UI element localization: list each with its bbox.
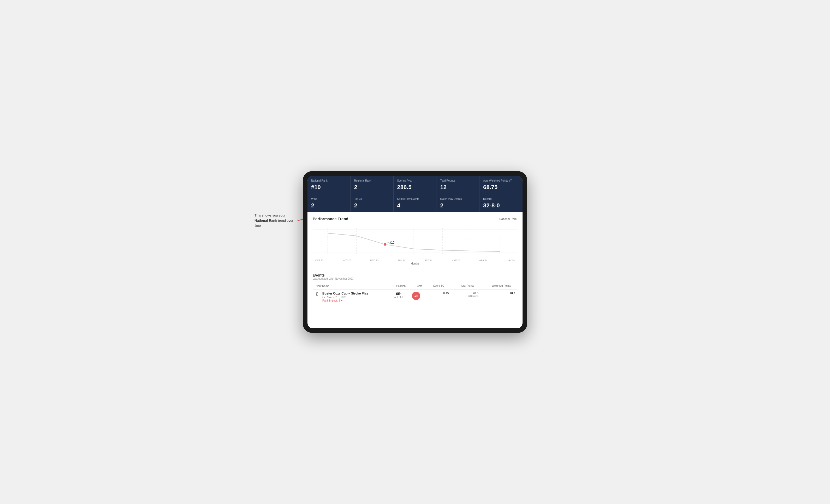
- chart-marker: [384, 243, 386, 246]
- stat-regional-rank-label: Regional Rank: [354, 179, 390, 182]
- stat-avg-weighted: Avg. Weighted Points i 68.75: [479, 176, 522, 194]
- stat-regional-rank-value: 2: [354, 184, 390, 191]
- event-weighted-points-cell: 28.3: [480, 289, 517, 304]
- event-total-points: 28.3: [453, 292, 478, 295]
- perf-header: Performance Trend National Rank: [313, 216, 517, 221]
- event-golf-icon: 🏌: [315, 292, 319, 296]
- info-icon-weighted-points[interactable]: i: [512, 284, 515, 288]
- svg-text:• #10: • #10: [388, 241, 395, 244]
- info-icon-weighted[interactable]: i: [509, 179, 512, 182]
- stat-regional-rank: Regional Rank 2: [351, 176, 393, 194]
- x-label-feb24: FEB 24: [425, 259, 433, 262]
- event-weighted-points: 28.3: [510, 292, 515, 295]
- stat-top3s-label: Top 3s: [354, 197, 390, 201]
- event-name: Buster Cozy Cup – Stroke Play: [322, 292, 368, 295]
- stat-scoring-avg-label: Scoring Avg.: [397, 179, 433, 182]
- stat-total-rounds: Total Rounds 12: [437, 176, 479, 194]
- col-event-name: Event Name: [313, 283, 390, 289]
- stat-avg-weighted-value: 68.75: [483, 184, 519, 191]
- event-position-sub: out of 7: [392, 296, 406, 299]
- x-label-oct23: OCT 23: [315, 259, 323, 262]
- chart-container: • #10: [313, 224, 517, 258]
- event-sg-cell: 0.45: [424, 289, 451, 304]
- tablet-screen: National Rank #10 Regional Rank 2 Scorin…: [308, 176, 522, 328]
- tablet-frame: National Rank #10 Regional Rank 2 Scorin…: [303, 171, 527, 333]
- annotation-part1: This shows you your: [254, 213, 286, 217]
- col-score: Score: [408, 283, 424, 289]
- stat-national-rank-label: National Rank: [311, 179, 347, 182]
- annotation-text: This shows you your National Rank trend …: [254, 213, 299, 228]
- col-total-points: Total Points i: [451, 283, 480, 289]
- event-details: Buster Cozy Cup – Stroke Play Oct 9 – Oc…: [322, 292, 368, 302]
- events-section: Events Last updated: 24th November 2023 …: [308, 270, 522, 307]
- info-icon-event-sg[interactable]: i: [446, 284, 449, 288]
- score-badge: -22: [412, 292, 420, 300]
- stat-match-play-label: Match Play Events: [440, 197, 476, 201]
- stat-match-play-value: 2: [440, 202, 476, 209]
- events-table-header: Event Name Position Score Event SG i Tot…: [313, 283, 517, 289]
- event-row-inner: 🏌 Buster Cozy Cup – Stroke Play Oct 9 – …: [315, 292, 388, 302]
- event-name-cell: 🏌 Buster Cozy Cup – Stroke Play Oct 9 – …: [313, 289, 390, 304]
- stat-match-play: Match Play Events 2: [437, 194, 479, 212]
- chart-x-labels: OCT 23 NOV 23 DEC 23 JAN 24 FEB 24 MAR 2…: [313, 259, 517, 262]
- x-label-apr24: APR 24: [479, 259, 487, 262]
- col-event-sg: Event SG i: [424, 283, 451, 289]
- x-label-jan24: JAN 24: [398, 259, 406, 262]
- content-area[interactable]: National Rank #10 Regional Rank 2 Scorin…: [308, 176, 522, 328]
- annotation-bold: National Rank: [254, 219, 277, 223]
- stat-scoring-avg-value: 286.5: [397, 184, 433, 191]
- table-row[interactable]: 🏌 Buster Cozy Cup – Stroke Play Oct 9 – …: [313, 289, 517, 304]
- stat-wins-label: Wins: [311, 197, 347, 201]
- stat-national-rank-value: #10: [311, 184, 347, 191]
- stat-record: Record 32-8-0: [479, 194, 522, 212]
- x-label-may24: MAY 24: [507, 259, 515, 262]
- stat-total-rounds-label: Total Rounds: [440, 179, 476, 182]
- stat-wins: Wins 2: [308, 194, 351, 212]
- event-sg-value: 0.45: [443, 292, 449, 295]
- event-position-cell: 6th out of 7: [390, 289, 408, 304]
- col-weighted-points: Weighted Points i: [480, 283, 517, 289]
- stat-record-value: 32-8-0: [483, 202, 519, 209]
- stat-total-rounds-value: 12: [440, 184, 476, 191]
- stat-national-rank: National Rank #10: [308, 176, 351, 194]
- rank-arrow-icon: ▼: [341, 300, 343, 302]
- col-position: Position: [390, 283, 408, 289]
- x-label-mar24: MAR 24: [451, 259, 460, 262]
- performance-chart: • #10: [313, 224, 517, 258]
- perf-rank-label: National Rank: [499, 217, 517, 221]
- rank-impact: Rank Impact: 3 ▼: [322, 299, 368, 302]
- events-table: Event Name Position Score Event SG i Tot…: [313, 283, 517, 304]
- stat-stroke-play-value: 4: [397, 202, 433, 209]
- chart-axis-label: Months: [313, 262, 517, 265]
- stat-record-label: Record: [483, 197, 519, 201]
- event-score-cell: -22: [408, 289, 424, 304]
- events-updated: Last updated: 24th November 2023: [313, 277, 517, 280]
- stat-stroke-play-label: Stroke Play Events: [397, 197, 433, 201]
- events-title: Events: [313, 273, 517, 277]
- event-total-points-sub: 3 Rounds: [453, 295, 478, 297]
- event-total-points-cell: 28.3 3 Rounds: [451, 289, 480, 304]
- perf-title: Performance Trend: [313, 216, 348, 221]
- info-icon-total-points[interactable]: i: [475, 284, 478, 288]
- stat-top3s: Top 3s 2: [351, 194, 393, 212]
- stat-scoring-avg: Scoring Avg. 286.5: [393, 176, 437, 194]
- x-label-nov23: NOV 23: [343, 259, 351, 262]
- event-position: 6th: [392, 292, 406, 296]
- stats-row-1: National Rank #10 Regional Rank 2 Scorin…: [308, 176, 522, 194]
- x-label-dec23: DEC 23: [370, 259, 379, 262]
- performance-section: Performance Trend National Rank: [308, 212, 522, 270]
- event-date: Oct 9 – Oct 10, 2023: [322, 296, 368, 299]
- stat-top3s-value: 2: [354, 202, 390, 209]
- stats-row-2: Wins 2 Top 3s 2 Stroke Play Events 4 Mat…: [308, 194, 522, 212]
- stat-avg-weighted-label: Avg. Weighted Points i: [483, 179, 519, 182]
- stat-wins-value: 2: [311, 202, 347, 209]
- stat-stroke-play: Stroke Play Events 4: [393, 194, 437, 212]
